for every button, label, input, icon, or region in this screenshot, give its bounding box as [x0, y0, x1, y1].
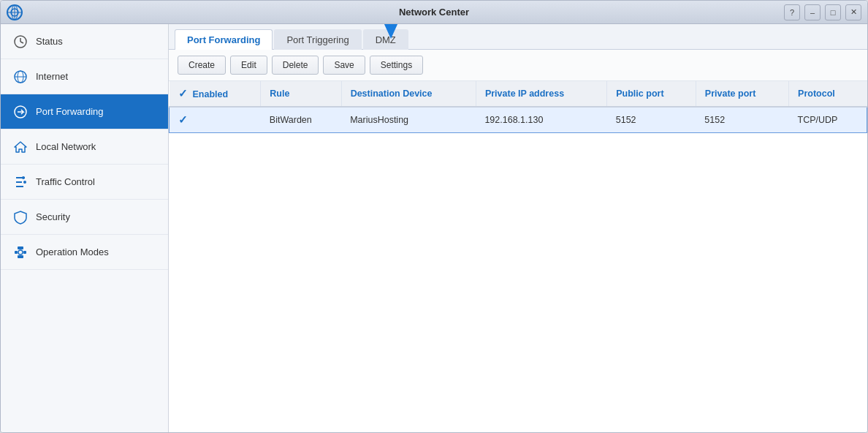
- sidebar-item-port-forwarding[interactable]: Port Forwarding: [1, 94, 168, 129]
- col-enabled-label: Enabled: [192, 89, 228, 99]
- sidebar-item-traffic-control-label: Traffic Control: [36, 176, 95, 187]
- gear-icon: [12, 244, 28, 260]
- home-icon: [12, 139, 28, 155]
- minimize-button[interactable]: –: [804, 4, 821, 20]
- sidebar-item-status-label: Status: [36, 36, 63, 47]
- svg-marker-13: [15, 142, 26, 152]
- title-bar: Network Center ? – □ ✕: [1, 1, 867, 24]
- col-private-ip: Private IP address: [476, 81, 606, 107]
- close-button[interactable]: ✕: [845, 4, 861, 20]
- help-button[interactable]: ?: [784, 4, 800, 20]
- table-header-row: ✓ Enabled Rule Destination Device Privat…: [170, 81, 867, 107]
- svg-point-23: [18, 250, 23, 255]
- app-window: Network Center ? – □ ✕ Status: [0, 0, 868, 433]
- svg-marker-24: [384, 24, 398, 39]
- shield-icon: [12, 209, 28, 225]
- svg-line-7: [20, 42, 23, 43]
- cell-public-port: 5152: [607, 107, 696, 133]
- tab-port-forwarding-label: Port Forwarding: [187, 34, 260, 45]
- col-protocol: Protocol: [789, 81, 867, 107]
- sidebar-item-security[interactable]: Security: [1, 200, 168, 235]
- col-private-port: Private port: [696, 81, 788, 107]
- sidebar: Status Internet: [1, 24, 169, 432]
- sidebar-item-internet[interactable]: Internet: [1, 59, 168, 94]
- cell-enabled: ✓: [170, 107, 261, 133]
- clock-icon: [12, 34, 28, 50]
- tabs-bar: Port Forwarding Port Triggering DMZ: [169, 24, 867, 50]
- svg-rect-20: [18, 255, 23, 258]
- main-content: Port Forwarding Port Triggering DMZ Crea…: [169, 24, 867, 432]
- delete-button[interactable]: Delete: [272, 56, 319, 75]
- sidebar-item-local-network[interactable]: Local Network: [1, 129, 168, 165]
- app-logo: [7, 4, 23, 20]
- sidebar-item-security-label: Security: [36, 211, 70, 222]
- col-rule-label: Rule: [270, 89, 289, 99]
- cell-protocol: TCP/UDP: [789, 107, 867, 133]
- table-area: ✓ Enabled Rule Destination Device Privat…: [169, 81, 867, 432]
- col-public-port: Public port: [607, 81, 696, 107]
- col-protocol-label: Protocol: [798, 89, 835, 99]
- col-enabled: ✓ Enabled: [170, 81, 261, 107]
- sidebar-item-operation-modes-label: Operation Modes: [36, 246, 109, 257]
- table-body: ✓ BitWarden MariusHosting 192.168.1.130 …: [170, 107, 867, 133]
- table-row[interactable]: ✓ BitWarden MariusHosting 192.168.1.130 …: [170, 107, 867, 133]
- window-body: Status Internet: [1, 24, 867, 432]
- svg-rect-19: [18, 246, 23, 249]
- sidebar-item-local-network-label: Local Network: [36, 141, 96, 152]
- col-public-port-label: Public port: [616, 89, 663, 99]
- port-forwarding-table: ✓ Enabled Rule Destination Device Privat…: [169, 81, 867, 133]
- cell-destination: MariusHosting: [341, 107, 476, 133]
- tab-port-triggering-label: Port Triggering: [286, 34, 349, 45]
- sidebar-item-internet-label: Internet: [36, 71, 68, 82]
- save-button[interactable]: Save: [323, 56, 365, 75]
- edit-button[interactable]: Edit: [230, 56, 267, 75]
- settings-button[interactable]: Settings: [370, 56, 423, 75]
- sidebar-item-status[interactable]: Status: [1, 24, 168, 59]
- traffic-icon: [12, 174, 28, 190]
- col-private-ip-label: Private IP address: [485, 89, 564, 99]
- svg-point-18: [22, 176, 25, 179]
- cell-rule: BitWarden: [261, 107, 341, 133]
- globe-icon: [12, 69, 28, 85]
- svg-point-17: [23, 181, 26, 184]
- tab-port-forwarding[interactable]: Port Forwarding: [175, 29, 273, 50]
- toolbar: Create Edit Delete Save Settings: [169, 50, 867, 81]
- col-private-port-label: Private port: [705, 89, 755, 99]
- window-title: Network Center: [399, 7, 469, 18]
- cell-private-ip: 192.168.1.130: [476, 107, 606, 133]
- maximize-button[interactable]: □: [825, 4, 841, 20]
- port-forward-icon: [12, 104, 28, 120]
- sidebar-item-operation-modes[interactable]: Operation Modes: [1, 235, 168, 270]
- svg-rect-22: [23, 251, 26, 254]
- sidebar-item-traffic-control[interactable]: Traffic Control: [1, 165, 168, 200]
- sidebar-item-port-forwarding-label: Port Forwarding: [36, 106, 103, 117]
- svg-rect-21: [15, 251, 18, 254]
- col-destination-label: Destination Device: [351, 89, 433, 99]
- col-destination: Destination Device: [341, 81, 476, 107]
- col-rule: Rule: [261, 81, 341, 107]
- cell-private-port: 5152: [696, 107, 788, 133]
- create-button[interactable]: Create: [178, 56, 226, 75]
- window-controls: ? – □ ✕: [784, 4, 861, 20]
- arrow-down-annotation: [381, 24, 401, 39]
- tab-port-triggering[interactable]: Port Triggering: [274, 29, 361, 50]
